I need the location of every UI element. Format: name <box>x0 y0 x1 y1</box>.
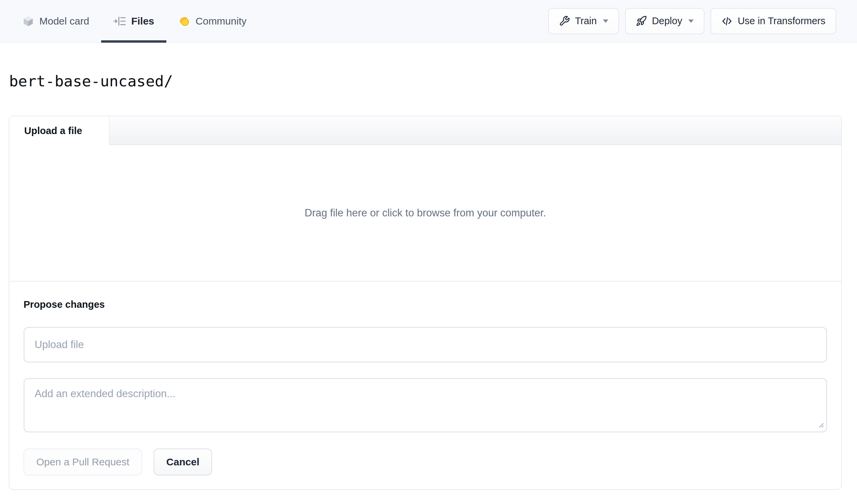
upload-card-header: Upload a file <box>10 116 841 145</box>
upload-card: Upload a file Drag file here or click to… <box>9 116 842 490</box>
dropzone-text: Drag file here or click to browse from y… <box>304 207 546 219</box>
tab-label: Community <box>196 15 247 27</box>
resize-handle-icon[interactable] <box>816 420 825 429</box>
upload-a-file-tab[interactable]: Upload a file <box>10 116 110 145</box>
train-button-label: Train <box>575 15 597 27</box>
file-dropzone[interactable]: Drag file here or click to browse from y… <box>10 145 841 282</box>
chevron-down-icon <box>603 19 608 23</box>
open-pull-request-button[interactable]: Open a Pull Request <box>23 449 142 475</box>
train-button[interactable]: Train <box>548 8 619 34</box>
propose-actions-row: Open a Pull Request Cancel <box>23 449 827 475</box>
tab-label: Files <box>131 15 154 27</box>
upload-tab-label: Upload a file <box>24 125 82 136</box>
propose-changes-heading: Propose changes <box>23 299 827 310</box>
description-textarea[interactable] <box>23 378 827 433</box>
tab-community[interactable]: Community <box>166 0 259 42</box>
topbar: Model card Files Community <box>0 0 857 43</box>
wrench-icon <box>559 15 570 27</box>
propose-changes-section: Propose changes Open a Pull Request Canc… <box>10 282 841 489</box>
repo-action-buttons: Train Deploy Use in Transformers <box>548 0 836 42</box>
description-field-wrap <box>23 378 827 433</box>
files-list-icon <box>113 15 126 28</box>
tab-label: Model card <box>39 15 89 27</box>
tab-files[interactable]: Files <box>101 0 166 42</box>
waving-hand-icon <box>179 15 190 27</box>
cancel-button[interactable]: Cancel <box>154 449 212 475</box>
file-name-input[interactable] <box>23 327 827 363</box>
repo-path-title: bert-base-uncased/ <box>9 72 173 91</box>
repo-tabs: Model card Files Community <box>10 0 258 42</box>
card-header-fill <box>110 116 841 145</box>
deploy-button[interactable]: Deploy <box>625 8 704 34</box>
active-tab-underline <box>101 40 166 43</box>
use-in-transformers-label: Use in Transformers <box>738 15 825 27</box>
chevron-down-icon <box>688 19 694 23</box>
deploy-button-label: Deploy <box>652 15 682 27</box>
code-icon <box>721 15 733 27</box>
use-in-transformers-button[interactable]: Use in Transformers <box>710 8 836 34</box>
rocket-icon <box>636 15 647 27</box>
cube-icon <box>22 15 34 27</box>
tab-model-card[interactable]: Model card <box>10 0 101 42</box>
